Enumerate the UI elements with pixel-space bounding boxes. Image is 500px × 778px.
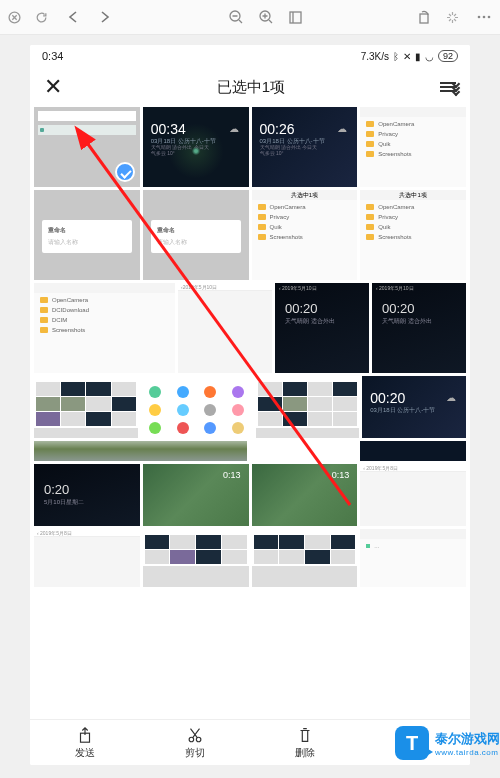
svg-point-11 xyxy=(196,737,201,742)
cloud-icon: ☁ xyxy=(229,123,239,134)
watermark-logo: T xyxy=(395,726,429,760)
thumb-gallery-2[interactable] xyxy=(256,376,360,438)
select-all-icon[interactable] xyxy=(440,82,456,92)
thumb-gallery-4[interactable] xyxy=(252,529,358,587)
close-tab-icon[interactable] xyxy=(8,11,21,24)
zoom-out-icon[interactable] xyxy=(228,9,244,25)
delete-button[interactable]: 删除 xyxy=(295,726,315,760)
thumb-empty-1[interactable]: ‹ 2019年5月10日 xyxy=(178,283,272,373)
svg-point-6 xyxy=(483,16,486,19)
back-icon[interactable] xyxy=(64,10,82,24)
thumb-apps[interactable] xyxy=(141,376,253,438)
cloud-icon: ☁ xyxy=(337,123,347,134)
thumb-lockscreen-3[interactable]: ‹ 2019年5月10日 00:20 天气晴朗 适合外出 xyxy=(275,283,369,373)
svg-rect-4 xyxy=(420,14,428,23)
refresh-icon[interactable] xyxy=(35,11,48,24)
thumb-dialog-1[interactable]: 重命名请输入名称 xyxy=(34,190,140,280)
thumb-dark-strip[interactable] xyxy=(360,441,467,461)
svg-point-10 xyxy=(189,737,194,742)
thumb-blank[interactable] xyxy=(250,441,357,461)
thumb-filelist-2[interactable]: 共选中1项 OpenCamera Privacy Quik Screenshot… xyxy=(252,190,358,280)
svg-point-5 xyxy=(478,16,481,19)
bluetooth-icon: ᛒ xyxy=(393,51,399,62)
watermark-cn: 泰尔游戏网 xyxy=(435,730,500,748)
browser-toolbar xyxy=(0,0,500,35)
close-icon[interactable]: ✕ xyxy=(44,74,62,100)
rotate-icon[interactable] xyxy=(416,10,431,25)
thumb-gallery-1[interactable] xyxy=(34,376,138,438)
wifi-icon: ◡ xyxy=(425,51,434,62)
thumb-lockscreen-4[interactable]: ‹ 2019年5月10日 00:20 天气晴朗 适合外出 xyxy=(372,283,466,373)
thumb-landscape[interactable] xyxy=(34,441,247,461)
selection-title: 已选中1项 xyxy=(62,78,440,97)
check-icon xyxy=(115,162,135,182)
thumb-lockscreen-1[interactable]: 00:34 03月18日 公历十八-十节 天气晴朗 适合外出 今日天气多云 10… xyxy=(143,107,249,187)
selection-header: ✕ 已选中1项 xyxy=(30,67,470,107)
svg-point-7 xyxy=(488,16,491,19)
thumb-filelist-4[interactable]: OpenCamera DCIDownload DCIM Screenshots xyxy=(34,283,175,373)
vibrate-icon: ✕ xyxy=(403,51,411,62)
status-bar: 0:34 7.3K/s ᛒ ✕ ▮ ◡ 92 xyxy=(30,45,470,67)
thumb-gallery-3[interactable] xyxy=(143,529,249,587)
cloud-icon: ☁ xyxy=(446,392,456,403)
more-icon[interactable] xyxy=(476,10,492,24)
thumb-lockscreen-2[interactable]: 00:26 03月18日 公历十八-十节 天气晴朗 适合外出 今日天气多云 10… xyxy=(252,107,358,187)
signal-icon: ▮ xyxy=(415,51,421,62)
send-button[interactable]: 发送 xyxy=(75,726,95,760)
thumb-filelist-1[interactable]: OpenCamera Privacy Quik Screenshots xyxy=(360,107,466,187)
net-speed: 7.3K/s xyxy=(361,51,389,62)
thumb-photo-1[interactable]: 0:13 xyxy=(143,464,249,526)
thumb-lockscreen-5[interactable]: 00:20 03月18日 公历十八-十节 ☁ xyxy=(362,376,466,438)
thumb-partial-1[interactable]: ‹ 2019年5月8日 xyxy=(34,529,140,587)
forward-icon[interactable] xyxy=(96,10,114,24)
phone-screenshot: 0:34 7.3K/s ᛒ ✕ ▮ ◡ 92 ✕ 已选中1项 00:34 03月… xyxy=(30,45,470,765)
status-time: 0:34 xyxy=(42,50,361,62)
thumb-empty-2[interactable]: ‹ 2019年5月8日 xyxy=(360,464,466,526)
svg-rect-3 xyxy=(290,12,301,23)
fit-icon[interactable] xyxy=(288,10,303,25)
thumb-photo-2[interactable]: 0:13 xyxy=(252,464,358,526)
thumb-selected[interactable] xyxy=(34,107,140,187)
battery-level: 92 xyxy=(438,50,458,62)
thumbnail-grid: 00:34 03月18日 公历十八-十节 天气晴朗 适合外出 今日天气多云 10… xyxy=(30,107,470,719)
zoom-in-icon[interactable] xyxy=(258,9,274,25)
cut-button[interactable]: 剪切 xyxy=(185,726,205,760)
thumb-dialog-2[interactable]: 重命名请输入名称 xyxy=(143,190,249,280)
watermark-en: www.tairda.com xyxy=(435,748,500,757)
thumb-lockscreen-6[interactable]: 0:20 5月10日星期二 xyxy=(34,464,140,526)
sparkle-icon[interactable] xyxy=(445,10,460,25)
watermark: T 泰尔游戏网 www.tairda.com xyxy=(395,726,500,760)
thumb-filelist-3[interactable]: 共选中1项 OpenCamera Privacy Quik Screenshot… xyxy=(360,190,466,280)
thumb-partial-4[interactable]: ... xyxy=(360,529,466,587)
